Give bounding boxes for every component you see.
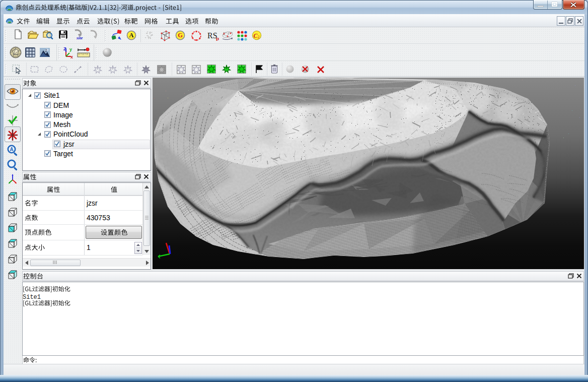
svg-text:x: x bbox=[70, 54, 73, 58]
svg-text:p: p bbox=[216, 35, 219, 41]
svg-text:G: G bbox=[178, 32, 183, 39]
svg-text:2: 2 bbox=[45, 49, 47, 52]
svg-text:A: A bbox=[129, 32, 133, 39]
svg-text:A: A bbox=[10, 147, 13, 152]
svg-text:site: site bbox=[76, 35, 83, 40]
svg-text:y: y bbox=[69, 47, 72, 52]
svg-text:Z: Z bbox=[63, 46, 66, 51]
svg-text:2: 2 bbox=[258, 35, 260, 39]
